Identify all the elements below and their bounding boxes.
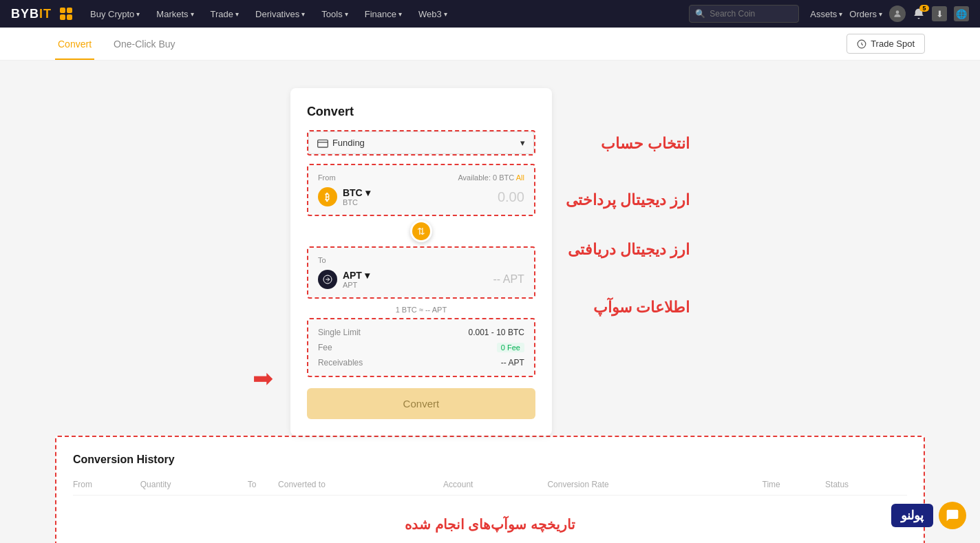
chevron-down-icon: ▾ bbox=[345, 10, 348, 18]
from-amount-input[interactable] bbox=[442, 189, 524, 205]
nav-derivatives[interactable]: Derivatives ▾ bbox=[248, 9, 312, 19]
ticker-chevron: ▾ bbox=[365, 187, 370, 198]
col-to: To bbox=[248, 480, 278, 496]
trade-spot-button[interactable]: Trade Spot bbox=[846, 34, 925, 54]
swap-button[interactable]: ⇅ bbox=[410, 220, 432, 242]
to-amount-placeholder: -- APT bbox=[493, 273, 524, 286]
fee-badge: 0 Fee bbox=[497, 343, 524, 352]
convert-wrapper: ➡ Convert Funding ▾ bbox=[290, 88, 552, 436]
chevron-down-icon: ▾ bbox=[191, 10, 194, 18]
convert-and-annot: ➡ Convert Funding ▾ bbox=[0, 61, 980, 436]
svg-rect-2 bbox=[318, 140, 328, 147]
col-converted-to: Converted to bbox=[278, 480, 443, 496]
chevron-down-icon: ▾ bbox=[444, 10, 447, 18]
annotation-from-coin: ارز دیجیتال پرداختی bbox=[566, 193, 690, 208]
convert-card: Convert Funding ▾ From bbox=[290, 88, 552, 436]
search-bar[interactable]: 🔍 bbox=[689, 5, 799, 23]
nav-finance[interactable]: Finance ▾ bbox=[358, 9, 409, 19]
from-label-row: From Available: 0 BTC All bbox=[318, 173, 524, 182]
chevron-down-icon: ▾ bbox=[839, 10, 842, 18]
from-coin-full: BTC bbox=[343, 198, 370, 206]
col-conversion-rate: Conversion Rate bbox=[547, 480, 762, 496]
brand-it: IT bbox=[39, 7, 52, 21]
chevron-down-icon: ▾ bbox=[136, 10, 140, 18]
col-account: Account bbox=[443, 480, 547, 496]
ticker-chevron: ▾ bbox=[365, 270, 370, 281]
from-coin-row: ₿ BTC ▾ BTC bbox=[318, 187, 524, 206]
search-input[interactable] bbox=[710, 9, 792, 19]
nav-markets[interactable]: Markets ▾ bbox=[149, 9, 200, 19]
brand-logo[interactable]: BYBIT bbox=[11, 7, 52, 21]
chevron-down-icon: ▾ bbox=[301, 10, 305, 18]
available-balance: Available: 0 BTC All bbox=[458, 173, 524, 182]
history-card: Conversion History From Quantity To Conv… bbox=[55, 436, 925, 543]
svg-point-0 bbox=[896, 10, 899, 14]
info-inner: Single Limit 0.001 - 10 BTC Fee 0 Fee Re… bbox=[308, 319, 534, 376]
assets-button[interactable]: Assets ▾ bbox=[810, 9, 842, 19]
navbar: BYBIT Buy Crypto ▾ Markets ▾ Trade ▾ Der… bbox=[0, 0, 980, 28]
apt-icon bbox=[318, 270, 337, 289]
funding-chevron: ▾ bbox=[520, 138, 525, 148]
grid-icon[interactable] bbox=[60, 8, 72, 20]
from-coin-info: ₿ BTC ▾ BTC bbox=[318, 187, 370, 206]
annotation-account: انتخاب حساب bbox=[566, 136, 690, 151]
single-limit-row: Single Limit 0.001 - 10 BTC bbox=[318, 328, 524, 337]
from-inner: From Available: 0 BTC All ₿ bbox=[308, 165, 534, 215]
nav-right: Assets ▾ Orders ▾ 5 ⬇ 🌐 bbox=[810, 6, 969, 22]
info-box: Single Limit 0.001 - 10 BTC Fee 0 Fee Re… bbox=[307, 318, 535, 377]
chevron-down-icon: ▾ bbox=[235, 10, 239, 18]
annotations: انتخاب حساب ارز دیجیتال پرداختی ارز دیجی… bbox=[566, 88, 690, 436]
polono-logo: پولنو bbox=[891, 504, 933, 527]
chevron-down-icon: ▾ bbox=[879, 10, 882, 18]
col-time: Time bbox=[763, 480, 826, 496]
to-coin-ticker[interactable]: APT ▾ bbox=[343, 270, 370, 281]
to-label-row: To bbox=[318, 256, 524, 264]
history-section: Conversion History From Quantity To Conv… bbox=[0, 436, 980, 543]
all-link[interactable]: All bbox=[516, 173, 524, 182]
notification-count: 5 bbox=[919, 5, 929, 12]
orders-button[interactable]: Orders ▾ bbox=[849, 9, 882, 19]
nav-tools[interactable]: Tools ▾ bbox=[315, 9, 354, 19]
notification-wrapper: 5 bbox=[913, 8, 925, 20]
chat-icon[interactable] bbox=[939, 502, 966, 529]
search-icon: 🔍 bbox=[695, 9, 705, 19]
main-layout: ➡ Convert Funding ▾ bbox=[0, 61, 980, 543]
polono-widget: پولنو bbox=[891, 502, 966, 529]
tabs-bar: Convert One-Click Buy Trade Spot bbox=[0, 28, 980, 61]
convert-arrow: ➡ bbox=[253, 364, 273, 393]
to-coin-full: APT bbox=[343, 281, 370, 289]
nav-trade[interactable]: Trade ▾ bbox=[204, 9, 246, 19]
col-from: From bbox=[73, 480, 140, 496]
nav-buy-crypto[interactable]: Buy Crypto ▾ bbox=[83, 9, 147, 19]
funding-dropdown[interactable]: Funding ▾ bbox=[308, 131, 534, 154]
annotation-to-coin: ارز دیجیتال دریافتی bbox=[566, 242, 690, 257]
globe-icon[interactable]: 🌐 bbox=[954, 6, 969, 21]
annotation-swap-info: اطلاعات سوآپ bbox=[566, 300, 690, 315]
funding-left: Funding bbox=[317, 138, 365, 148]
convert-button[interactable]: Convert bbox=[307, 388, 535, 419]
swap-btn-wrapper: ⇅ bbox=[307, 220, 535, 242]
download-icon[interactable]: ⬇ bbox=[932, 6, 947, 21]
history-table: From Quantity To Converted to Account Co… bbox=[73, 480, 907, 543]
rate-bar: 1 BTC ≈ -- APT bbox=[307, 301, 535, 318]
from-coin-ticker[interactable]: BTC ▾ bbox=[343, 187, 370, 198]
apt-name-group: APT ▾ APT bbox=[343, 270, 370, 289]
nav-web3[interactable]: Web3 ▾ bbox=[412, 9, 454, 19]
convert-title: Convert bbox=[307, 105, 535, 119]
funding-selector: Funding ▾ bbox=[307, 130, 535, 156]
to-inner: To APT ▾ bbox=[308, 248, 534, 297]
to-coin-info: APT ▾ APT bbox=[318, 270, 370, 289]
chevron-down-icon: ▾ bbox=[398, 10, 402, 18]
btc-name-group: BTC ▾ BTC bbox=[343, 187, 370, 206]
fee-row: Fee 0 Fee bbox=[318, 343, 524, 352]
avatar[interactable] bbox=[889, 6, 906, 22]
col-status: Status bbox=[825, 480, 907, 496]
receivables-row: Receivables -- APT bbox=[318, 358, 524, 368]
history-title: Conversion History bbox=[73, 454, 907, 466]
btc-icon: ₿ bbox=[318, 187, 337, 206]
tab-one-click-buy[interactable]: One-Click Buy bbox=[111, 28, 178, 60]
col-quantity: Quantity bbox=[140, 480, 248, 496]
to-coin-row: APT ▾ APT -- APT bbox=[318, 270, 524, 289]
history-empty-text: تاریخچه سوآپ‌های انجام شده bbox=[73, 496, 907, 544]
tab-convert[interactable]: Convert bbox=[55, 28, 94, 60]
